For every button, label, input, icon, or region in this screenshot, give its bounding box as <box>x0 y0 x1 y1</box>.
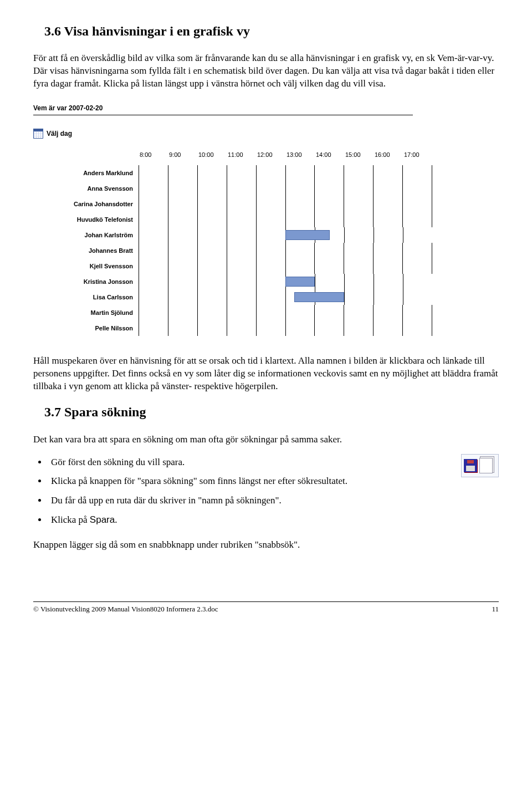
gantt-row <box>139 212 432 227</box>
person-name[interactable]: Huvudkö Telefonist <box>33 212 139 227</box>
gantt-row <box>139 289 432 305</box>
floppy-disk-icon <box>464 459 477 472</box>
heading-3-6: 3.6 Visa hänvisningar i en grafisk vy <box>33 22 499 40</box>
paragraph-3-7-intro: Det kan vara bra att spara en sökning om… <box>33 433 499 446</box>
time-tick: 10:00 <box>197 151 227 165</box>
chart-title: Vem är var 2007-02-20 <box>33 104 413 115</box>
gantt-row <box>139 181 432 196</box>
time-tick: 11:00 <box>227 151 256 165</box>
bullet-item: Klicka på Spara. <box>48 514 499 527</box>
absence-bar[interactable] <box>285 230 330 240</box>
gantt-row <box>139 258 432 274</box>
person-name[interactable]: Pelle Nilsson <box>33 320 139 336</box>
gantt-time-grid: 8:009:0010:0011:0012:0013:0014:0015:0016… <box>139 151 432 336</box>
heading-3-7: 3.7 Spara sökning <box>33 403 499 421</box>
person-name[interactable]: Anna Svensson <box>33 181 139 196</box>
person-name[interactable]: Johannes Bratt <box>33 243 139 258</box>
paragraph-3-6-intro: För att få en överskådlig bild av vilka … <box>33 52 499 90</box>
time-tick: 17:00 <box>403 151 432 165</box>
paragraph-3-6-after: Håll muspekaren över en hänvisning för a… <box>33 355 499 393</box>
gantt-name-column: Anders MarklundAnna SvenssonCarina Johan… <box>33 151 139 336</box>
gantt-row <box>139 165 432 181</box>
person-name[interactable]: Kristina Jonsson <box>33 274 139 289</box>
paragraph-3-7-closing: Knappen lägger sig då som en snabbknapp … <box>33 539 499 552</box>
gantt-row <box>139 274 432 289</box>
person-name[interactable]: Carina Johansdotter <box>33 196 139 212</box>
page-footer: © Visionutveckling 2009 Manual Vision802… <box>33 601 499 614</box>
vem-ar-var-chart: Vem är var 2007-02-20 Välj dag Anders Ma… <box>33 104 499 336</box>
time-tick: 9:00 <box>168 151 197 165</box>
gantt-time-header: 8:009:0010:0011:0012:0013:0014:0015:0016… <box>139 151 432 165</box>
time-tick: 13:00 <box>285 151 315 165</box>
gantt-row <box>139 305 432 320</box>
time-tick: 14:00 <box>315 151 344 165</box>
footer-left: © Visionutveckling 2009 Manual Vision802… <box>33 604 218 614</box>
select-day-label: Välj dag <box>47 129 72 138</box>
gantt-row <box>139 243 432 258</box>
time-tick: 15:00 <box>344 151 374 165</box>
gantt-row <box>139 227 432 243</box>
time-tick: 12:00 <box>256 151 285 165</box>
save-search-icon-box <box>461 454 499 477</box>
document-stack-icon <box>479 458 493 473</box>
gantt-row <box>139 320 432 336</box>
time-tick: 8:00 <box>139 151 168 165</box>
bullet-item: Gör först den sökning du vill spara. <box>48 456 499 469</box>
footer-page-number: 11 <box>492 604 499 614</box>
person-name[interactable]: Anders Marklund <box>33 165 139 181</box>
save-search-steps: Gör först den sökning du vill spara.Klic… <box>33 456 499 527</box>
select-day-control[interactable]: Välj dag <box>33 129 499 139</box>
person-name[interactable]: Kjell Svensson <box>33 258 139 274</box>
bullet-item: Klicka på knappen för "spara sökning" so… <box>48 475 499 488</box>
time-tick: 16:00 <box>374 151 403 165</box>
gantt-grid: Anders MarklundAnna SvenssonCarina Johan… <box>33 151 432 336</box>
absence-bar[interactable] <box>294 292 344 302</box>
bullet-item: Du får då upp en ruta där du skriver in … <box>48 494 499 507</box>
person-name[interactable]: Martin Sjölund <box>33 305 139 320</box>
calendar-icon <box>33 129 43 139</box>
absence-bar[interactable] <box>285 277 315 287</box>
gantt-row <box>139 196 432 212</box>
person-name[interactable]: Lisa Carlsson <box>33 289 139 305</box>
person-name[interactable]: Johan Karlström <box>33 227 139 243</box>
